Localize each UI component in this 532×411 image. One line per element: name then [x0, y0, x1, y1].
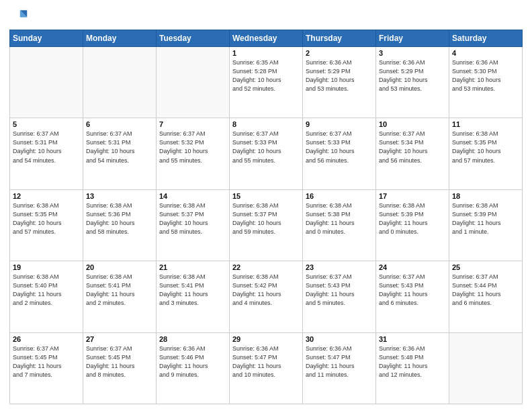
calendar-cell: 24Sunrise: 6:37 AM Sunset: 5:43 PM Dayli… [376, 261, 449, 332]
day-number: 1 [232, 49, 300, 57]
day-info: Sunrise: 6:37 AM Sunset: 5:33 PM Dayligh… [232, 130, 300, 165]
day-number: 27 [86, 335, 153, 343]
calendar-cell: 29Sunrise: 6:36 AM Sunset: 5:47 PM Dayli… [230, 332, 303, 404]
calendar-cell: 15Sunrise: 6:38 AM Sunset: 5:37 PM Dayli… [230, 189, 303, 261]
day-number: 17 [379, 192, 446, 200]
calendar-cell: 13Sunrise: 6:38 AM Sunset: 5:36 PM Dayli… [83, 189, 157, 261]
calendar-cell: 23Sunrise: 6:37 AM Sunset: 5:43 PM Dayli… [303, 261, 376, 332]
day-number: 13 [86, 192, 153, 200]
page: SundayMondayTuesdayWednesdayThursdayFrid… [0, 0, 532, 411]
day-info: Sunrise: 6:38 AM Sunset: 5:35 PM Dayligh… [452, 130, 519, 165]
calendar-cell: 25Sunrise: 6:37 AM Sunset: 5:44 PM Dayli… [449, 261, 523, 332]
day-info: Sunrise: 6:37 AM Sunset: 5:32 PM Dayligh… [159, 130, 226, 165]
calendar-week-2: 5Sunrise: 6:37 AM Sunset: 5:31 PM Daylig… [10, 118, 523, 189]
calendar-cell: 6Sunrise: 6:37 AM Sunset: 5:31 PM Daylig… [83, 118, 157, 189]
calendar-cell [449, 332, 523, 404]
calendar-week-3: 12Sunrise: 6:38 AM Sunset: 5:35 PM Dayli… [10, 189, 523, 261]
calendar-cell: 10Sunrise: 6:37 AM Sunset: 5:34 PM Dayli… [376, 118, 449, 189]
day-number: 24 [379, 263, 446, 271]
header [9, 7, 523, 26]
day-info: Sunrise: 6:35 AM Sunset: 5:28 PM Dayligh… [232, 58, 300, 93]
day-info: Sunrise: 6:38 AM Sunset: 5:38 PM Dayligh… [306, 201, 373, 236]
logo [9, 7, 31, 26]
day-info: Sunrise: 6:37 AM Sunset: 5:31 PM Dayligh… [86, 130, 153, 165]
day-number: 16 [306, 192, 373, 200]
day-number: 3 [379, 49, 446, 57]
day-info: Sunrise: 6:37 AM Sunset: 5:34 PM Dayligh… [379, 130, 446, 165]
calendar-header-row: SundayMondayTuesdayWednesdayThursdayFrid… [10, 30, 523, 47]
calendar-cell: 30Sunrise: 6:36 AM Sunset: 5:47 PM Dayli… [303, 332, 376, 404]
calendar-cell: 19Sunrise: 6:38 AM Sunset: 5:40 PM Dayli… [10, 261, 83, 332]
calendar: SundayMondayTuesdayWednesdayThursdayFrid… [9, 30, 523, 404]
day-number: 28 [159, 335, 226, 343]
calendar-cell: 20Sunrise: 6:38 AM Sunset: 5:41 PM Dayli… [83, 261, 157, 332]
day-number: 25 [452, 263, 519, 271]
calendar-cell: 18Sunrise: 6:38 AM Sunset: 5:39 PM Dayli… [449, 189, 523, 261]
day-header-tuesday: Tuesday [157, 30, 230, 47]
day-info: Sunrise: 6:36 AM Sunset: 5:30 PM Dayligh… [452, 58, 519, 93]
day-info: Sunrise: 6:37 AM Sunset: 5:45 PM Dayligh… [86, 345, 153, 379]
day-number: 7 [159, 120, 226, 128]
day-number: 31 [379, 335, 446, 343]
day-info: Sunrise: 6:37 AM Sunset: 5:33 PM Dayligh… [306, 130, 373, 165]
day-number: 22 [232, 263, 300, 271]
calendar-cell: 27Sunrise: 6:37 AM Sunset: 5:45 PM Dayli… [83, 332, 157, 404]
calendar-cell: 17Sunrise: 6:38 AM Sunset: 5:39 PM Dayli… [376, 189, 449, 261]
day-info: Sunrise: 6:36 AM Sunset: 5:48 PM Dayligh… [379, 345, 446, 379]
day-number: 4 [452, 49, 519, 57]
calendar-cell [157, 47, 230, 118]
day-number: 19 [13, 263, 80, 271]
day-info: Sunrise: 6:38 AM Sunset: 5:39 PM Dayligh… [452, 201, 519, 236]
day-number: 5 [13, 120, 80, 128]
calendar-cell: 4Sunrise: 6:36 AM Sunset: 5:30 PM Daylig… [449, 47, 523, 118]
calendar-cell [83, 47, 157, 118]
calendar-cell: 31Sunrise: 6:36 AM Sunset: 5:48 PM Dayli… [376, 332, 449, 404]
day-header-monday: Monday [83, 30, 157, 47]
day-number: 11 [452, 120, 519, 128]
day-info: Sunrise: 6:36 AM Sunset: 5:47 PM Dayligh… [232, 345, 300, 379]
day-number: 2 [306, 49, 373, 57]
day-info: Sunrise: 6:38 AM Sunset: 5:35 PM Dayligh… [13, 201, 80, 236]
day-number: 18 [452, 192, 519, 200]
day-header-sunday: Sunday [10, 30, 83, 47]
day-header-friday: Friday [376, 30, 449, 47]
day-info: Sunrise: 6:36 AM Sunset: 5:47 PM Dayligh… [306, 345, 373, 379]
calendar-cell: 7Sunrise: 6:37 AM Sunset: 5:32 PM Daylig… [157, 118, 230, 189]
calendar-cell: 8Sunrise: 6:37 AM Sunset: 5:33 PM Daylig… [230, 118, 303, 189]
calendar-cell: 11Sunrise: 6:38 AM Sunset: 5:35 PM Dayli… [449, 118, 523, 189]
day-info: Sunrise: 6:37 AM Sunset: 5:43 PM Dayligh… [379, 273, 446, 308]
day-info: Sunrise: 6:38 AM Sunset: 5:41 PM Dayligh… [86, 273, 153, 308]
calendar-cell: 28Sunrise: 6:36 AM Sunset: 5:46 PM Dayli… [157, 332, 230, 404]
day-number: 8 [232, 120, 300, 128]
calendar-cell: 22Sunrise: 6:38 AM Sunset: 5:42 PM Dayli… [230, 261, 303, 332]
day-info: Sunrise: 6:36 AM Sunset: 5:29 PM Dayligh… [306, 58, 373, 93]
day-header-wednesday: Wednesday [230, 30, 303, 47]
day-header-thursday: Thursday [303, 30, 376, 47]
day-number: 12 [13, 192, 80, 200]
day-number: 26 [13, 335, 80, 343]
calendar-week-5: 26Sunrise: 6:37 AM Sunset: 5:45 PM Dayli… [10, 332, 523, 404]
day-info: Sunrise: 6:37 AM Sunset: 5:31 PM Dayligh… [13, 130, 80, 165]
day-header-saturday: Saturday [449, 30, 523, 47]
calendar-cell: 14Sunrise: 6:38 AM Sunset: 5:37 PM Dayli… [157, 189, 230, 261]
calendar-cell: 5Sunrise: 6:37 AM Sunset: 5:31 PM Daylig… [10, 118, 83, 189]
calendar-cell: 16Sunrise: 6:38 AM Sunset: 5:38 PM Dayli… [303, 189, 376, 261]
calendar-week-4: 19Sunrise: 6:38 AM Sunset: 5:40 PM Dayli… [10, 261, 523, 332]
day-info: Sunrise: 6:37 AM Sunset: 5:45 PM Dayligh… [13, 345, 80, 379]
day-info: Sunrise: 6:38 AM Sunset: 5:42 PM Dayligh… [232, 273, 300, 308]
day-number: 21 [159, 263, 226, 271]
day-number: 20 [86, 263, 153, 271]
logo-icon [9, 7, 28, 26]
calendar-cell: 3Sunrise: 6:36 AM Sunset: 5:29 PM Daylig… [376, 47, 449, 118]
calendar-cell: 12Sunrise: 6:38 AM Sunset: 5:35 PM Dayli… [10, 189, 83, 261]
day-info: Sunrise: 6:36 AM Sunset: 5:29 PM Dayligh… [379, 58, 446, 93]
day-info: Sunrise: 6:38 AM Sunset: 5:37 PM Dayligh… [232, 201, 300, 236]
day-info: Sunrise: 6:38 AM Sunset: 5:37 PM Dayligh… [159, 201, 226, 236]
day-info: Sunrise: 6:38 AM Sunset: 5:36 PM Dayligh… [86, 201, 153, 236]
calendar-cell: 26Sunrise: 6:37 AM Sunset: 5:45 PM Dayli… [10, 332, 83, 404]
day-info: Sunrise: 6:38 AM Sunset: 5:40 PM Dayligh… [13, 273, 80, 308]
calendar-cell: 2Sunrise: 6:36 AM Sunset: 5:29 PM Daylig… [303, 47, 376, 118]
day-number: 10 [379, 120, 446, 128]
calendar-cell [10, 47, 83, 118]
day-info: Sunrise: 6:37 AM Sunset: 5:43 PM Dayligh… [306, 273, 373, 308]
